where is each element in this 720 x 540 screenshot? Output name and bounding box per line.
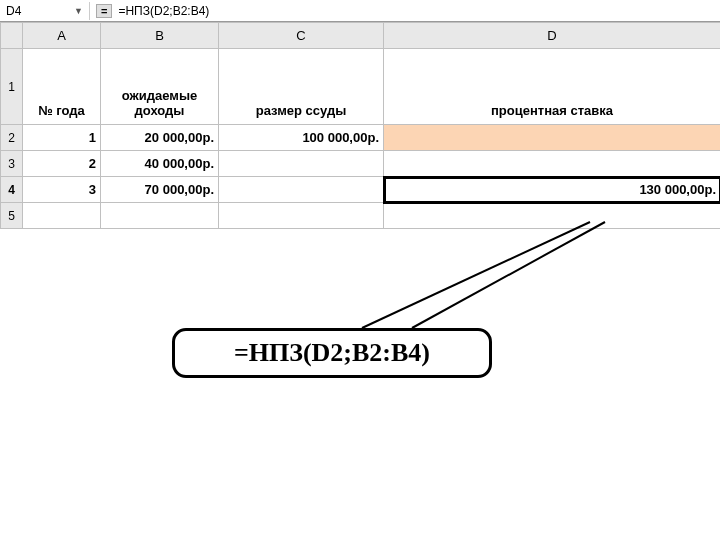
cell-d3[interactable] <box>384 151 721 177</box>
cell-b4[interactable]: 70 000,00р. <box>101 177 219 203</box>
cell-c5[interactable] <box>219 203 384 229</box>
select-all-corner[interactable] <box>1 23 23 49</box>
name-box[interactable]: D4 ▼ <box>0 2 90 20</box>
cell-a3[interactable]: 2 <box>23 151 101 177</box>
callout-box: =НПЗ(D2;B2:B4) <box>172 328 492 378</box>
name-box-value: D4 <box>6 4 21 18</box>
cell-d1[interactable]: процентная ставка <box>384 49 721 125</box>
cell-c3[interactable] <box>219 151 384 177</box>
cell-b1[interactable]: ожидаемые доходы <box>101 49 219 125</box>
formula-input[interactable]: =НПЗ(D2;B2:B4) <box>118 4 209 18</box>
row-header-3[interactable]: 3 <box>1 151 23 177</box>
cell-b3[interactable]: 40 000,00р. <box>101 151 219 177</box>
row-header-5[interactable]: 5 <box>1 203 23 229</box>
col-header-d[interactable]: D <box>384 23 721 49</box>
spreadsheet-grid: A B C D 1 № года ожидаемые доходы размер… <box>0 22 720 229</box>
cell-c4[interactable] <box>219 177 384 203</box>
col-header-c[interactable]: C <box>219 23 384 49</box>
cell-d4-active[interactable]: 130 000,00р. <box>384 177 721 203</box>
svg-line-1 <box>412 222 605 328</box>
col-header-b[interactable]: B <box>101 23 219 49</box>
cell-d5[interactable] <box>384 203 721 229</box>
cell-a4[interactable]: 3 <box>23 177 101 203</box>
formula-bar: D4 ▼ = =НПЗ(D2;B2:B4) <box>0 0 720 22</box>
callout-text: =НПЗ(D2;B2:B4) <box>234 338 430 368</box>
cell-a2[interactable]: 1 <box>23 125 101 151</box>
cell-c1[interactable]: размер ссуды <box>219 49 384 125</box>
row-header-1[interactable]: 1 <box>1 49 23 125</box>
chevron-down-icon[interactable]: ▼ <box>74 6 83 16</box>
col-header-a[interactable]: A <box>23 23 101 49</box>
formula-area: = =НПЗ(D2;B2:B4) <box>90 4 215 18</box>
cell-d2[interactable] <box>384 125 721 151</box>
svg-line-0 <box>362 222 590 328</box>
cell-a5[interactable] <box>23 203 101 229</box>
cell-c2[interactable]: 100 000,00р. <box>219 125 384 151</box>
row-header-4[interactable]: 4 <box>1 177 23 203</box>
cell-a1[interactable]: № года <box>23 49 101 125</box>
cell-b2[interactable]: 20 000,00р. <box>101 125 219 151</box>
equals-button[interactable]: = <box>96 4 112 18</box>
row-header-2[interactable]: 2 <box>1 125 23 151</box>
cell-b5[interactable] <box>101 203 219 229</box>
